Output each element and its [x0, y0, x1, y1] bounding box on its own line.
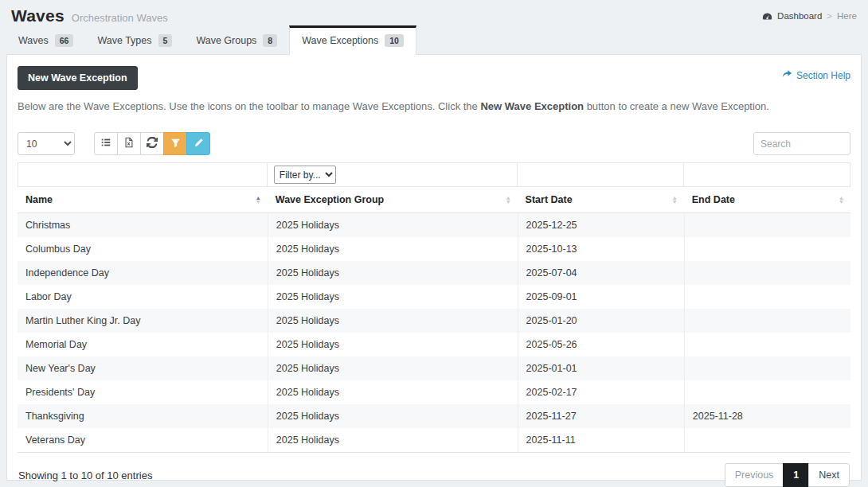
cell-start-date: 2025-11-27 [518, 404, 684, 428]
cell-end-date [684, 428, 850, 452]
cell-group: 2025 Holidays [268, 404, 518, 428]
table-body: Christmas 2025 Holidays 2025-12-25 Colum… [18, 213, 850, 453]
cell-name: Presidents' Day [18, 380, 268, 404]
column-visibility-button[interactable] [94, 132, 118, 155]
column-header-end-date[interactable]: End Date [684, 187, 850, 212]
excel-export-icon [123, 137, 135, 150]
cell-group: 2025 Holidays [268, 285, 518, 309]
description-text: button to create a new Wave Exception. [584, 100, 769, 112]
cell-name: New Year's Day [18, 356, 268, 380]
list-icon [100, 137, 111, 150]
section-help-label: Section Help [796, 70, 850, 81]
tab-label: Wave Types [97, 35, 151, 46]
breadcrumb: Dashboard > Here [762, 11, 857, 21]
cell-group: 2025 Holidays [268, 356, 518, 380]
table-row[interactable]: Presidents' Day 2025 Holidays 2025-02-17 [18, 380, 850, 404]
description-bold-text: New Wave Exception [480, 100, 584, 112]
table-row[interactable]: Veterans Day 2025 Holidays 2025-11-11 [18, 428, 850, 452]
filter-cell-group: Filter by... [268, 162, 518, 187]
cell-start-date: 2025-10-13 [518, 237, 684, 261]
page-subtitle: Orchestration Waves [72, 12, 168, 24]
table-row[interactable]: Independence Day 2025 Holidays 2025-07-0… [18, 261, 850, 285]
cell-end-date [684, 237, 850, 261]
cell-end-date [684, 356, 850, 380]
column-header-label: Wave Exception Group [276, 194, 384, 205]
cell-start-date: 2025-01-20 [518, 309, 684, 333]
page-number-button[interactable]: 1 [783, 463, 809, 487]
edit-button[interactable] [186, 132, 210, 155]
page-header: Waves Orchestration Waves Dashboard > He… [0, 0, 868, 29]
sort-icon [672, 196, 678, 204]
cell-name: Independence Day [18, 261, 268, 285]
refresh-icon [147, 137, 158, 150]
cell-group: 2025 Holidays [268, 428, 518, 452]
table-toolbar: 10 [18, 132, 850, 155]
column-header-name[interactable]: Name [18, 187, 268, 212]
table-row[interactable]: Thanksgiving 2025 Holidays 2025-11-27 20… [18, 404, 850, 428]
column-header-wave-exception-group[interactable]: Wave Exception Group [268, 187, 518, 212]
cell-group: 2025 Holidays [268, 333, 518, 356]
cell-group: 2025 Holidays [268, 380, 518, 404]
breadcrumb-separator: > [827, 11, 832, 21]
edit-icon [194, 138, 204, 150]
cell-end-date [684, 333, 850, 356]
tab-count-badge: 10 [385, 34, 404, 47]
cell-name: Christmas [18, 213, 268, 237]
cell-end-date: 2025-11-28 [684, 404, 850, 428]
new-wave-exception-button[interactable]: New Wave Exception [18, 66, 138, 90]
refresh-button[interactable] [140, 132, 164, 155]
page-size-select[interactable]: 10 [18, 132, 75, 155]
table-row[interactable]: New Year's Day 2025 Holidays 2025-01-01 [18, 356, 850, 380]
cell-start-date: 2025-05-26 [518, 333, 684, 356]
pagination: Previous 1 Next [725, 463, 850, 487]
toolbar-button-group [94, 132, 210, 155]
cell-end-date [684, 285, 850, 309]
export-excel-button[interactable] [117, 132, 141, 155]
column-header-label: Start Date [526, 194, 573, 205]
tab-waves[interactable]: Waves 66 [6, 25, 85, 54]
sort-icon [506, 196, 511, 204]
search-input[interactable] [753, 132, 850, 155]
tab-wave-exceptions[interactable]: Wave Exceptions 10 [289, 25, 416, 55]
table-row[interactable]: Christmas 2025 Holidays 2025-12-25 [18, 213, 850, 237]
sort-icon [256, 196, 261, 204]
table-footer: Showing 1 to 10 of 10 entries Previous 1… [18, 453, 850, 487]
next-page-button[interactable]: Next [808, 463, 850, 487]
table-row[interactable]: Memorial Day 2025 Holidays 2025-05-26 [18, 333, 850, 356]
dashboard-icon [762, 11, 772, 21]
breadcrumb-dashboard-link[interactable]: Dashboard [777, 11, 822, 21]
table-row[interactable]: Columbus Day 2025 Holidays 2025-10-13 [18, 237, 850, 261]
column-header-label: Name [25, 194, 53, 205]
cell-end-date [684, 380, 850, 404]
breadcrumb-current: Here [837, 11, 857, 21]
column-header-start-date[interactable]: Start Date [518, 187, 684, 212]
cell-end-date [684, 261, 850, 285]
sort-icon [839, 196, 844, 204]
section-help-link[interactable]: Section Help [782, 69, 850, 82]
filter-cell-name [18, 162, 268, 187]
section-description: Below are the Wave Exceptions. Use the i… [18, 100, 850, 112]
cell-group: 2025 Holidays [268, 213, 518, 237]
cell-group: 2025 Holidays [268, 309, 518, 333]
filter-by-select[interactable]: Filter by... [274, 166, 336, 184]
tab-label: Wave Exceptions [302, 35, 378, 46]
cell-group: 2025 Holidays [268, 261, 518, 285]
cell-name: Columbus Day [18, 237, 268, 261]
filter-button[interactable] [163, 132, 187, 155]
title-wrap: Waves Orchestration Waves [11, 6, 168, 25]
tab-wave-groups[interactable]: Wave Groups 8 [184, 25, 289, 54]
cell-start-date: 2025-01-01 [518, 356, 684, 380]
cell-start-date: 2025-07-04 [518, 261, 684, 285]
filter-cell-start-date [518, 162, 684, 187]
table-filter-row: Filter by... [18, 162, 850, 187]
tab-label: Waves [18, 35, 49, 46]
entries-summary: Showing 1 to 10 of 10 entries [18, 469, 152, 481]
table-header-row: Name Wave Exception Group Start Date End… [18, 187, 850, 213]
cell-group: 2025 Holidays [268, 237, 518, 261]
cell-start-date: 2025-09-01 [518, 285, 684, 309]
previous-page-button[interactable]: Previous [725, 463, 784, 487]
table-row[interactable]: Martin Luther King Jr. Day 2025 Holidays… [18, 309, 850, 333]
tab-wave-types[interactable]: Wave Types 5 [85, 25, 184, 54]
cell-name: Memorial Day [18, 333, 268, 356]
table-row[interactable]: Labor Day 2025 Holidays 2025-09-01 [18, 285, 850, 309]
